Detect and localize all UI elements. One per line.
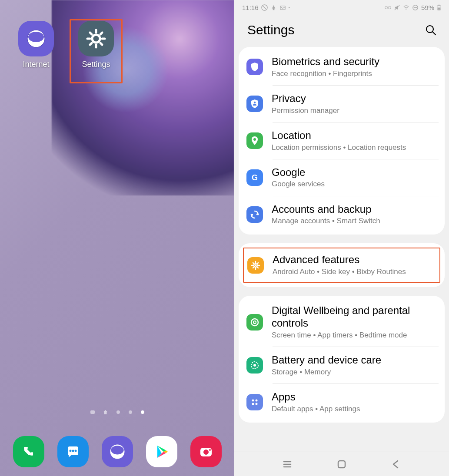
svg-rect-58 (338, 461, 345, 468)
dock-camera[interactable] (190, 436, 222, 467)
settings-group: Biometrics and security Face recognition… (239, 47, 445, 235)
wellbeing-icon (246, 314, 263, 331)
app-label: Settings (82, 60, 110, 69)
settings-group: Advanced features Android Auto • Side ke… (239, 243, 445, 287)
location-pin-icon (246, 132, 263, 149)
battery-icon (437, 4, 441, 11)
item-title: Location (272, 129, 437, 142)
settings-item-privacy[interactable]: Privacy Permission manager (239, 86, 445, 122)
internet-icon (18, 21, 54, 56)
item-title: Battery and device care (272, 354, 437, 367)
page-dot[interactable] (90, 410, 95, 414)
settings-item-advanced[interactable]: Advanced features Android Auto • Side ke… (244, 248, 439, 282)
item-title: Privacy (272, 93, 437, 105)
svg-line-8 (90, 33, 92, 34)
item-title: Google (272, 166, 437, 179)
highlight-annotation: Advanced features Android Auto • Side ke… (243, 248, 440, 283)
svg-text:G: G (252, 173, 258, 182)
settings-list[interactable]: Biometrics and security Face recognition… (234, 47, 449, 452)
dock-play-store[interactable] (146, 436, 177, 467)
svg-point-33 (254, 102, 256, 103)
page-dot[interactable] (129, 410, 132, 414)
dock-phone[interactable] (13, 436, 44, 467)
page-dot[interactable] (116, 410, 120, 414)
page-dot-home[interactable] (103, 410, 108, 414)
item-title: Apps (272, 391, 437, 403)
nav-home[interactable] (336, 458, 348, 470)
svg-rect-22 (280, 6, 285, 9)
svg-point-51 (252, 400, 254, 402)
svg-line-41 (253, 263, 254, 264)
item-subtitle: Storage • Memory (272, 367, 437, 377)
svg-line-42 (257, 267, 258, 268)
svg-point-24 (388, 6, 391, 9)
app-label: Internet (23, 60, 49, 69)
item-subtitle: Default apps • App settings (272, 404, 437, 414)
svg-point-12 (69, 450, 71, 452)
svg-point-18 (203, 450, 209, 455)
status-icon (261, 4, 268, 11)
svg-rect-30 (438, 4, 439, 5)
page-dot-active[interactable] (141, 410, 144, 414)
svg-point-54 (256, 403, 258, 405)
settings-item-apps[interactable]: Apps Default apps • App settings (239, 384, 445, 421)
settings-item-location[interactable]: Location Location permissions • Location… (239, 122, 445, 159)
privacy-shield-icon (246, 96, 263, 112)
svg-line-32 (432, 32, 436, 35)
search-icon[interactable] (425, 24, 437, 36)
item-subtitle: Location permissions • Location requests (272, 143, 437, 152)
settings-item-battery[interactable]: Battery and device care Storage • Memory (239, 347, 445, 384)
dock (0, 436, 234, 467)
svg-point-13 (72, 450, 74, 452)
dock-messages[interactable] (57, 436, 89, 467)
item-subtitle: Permission manager (272, 106, 437, 116)
svg-line-11 (90, 43, 92, 45)
item-title: Advanced features (273, 254, 436, 266)
item-title: Accounts and backup (272, 203, 437, 216)
settings-screen: 11:16 • 59% Settings (234, 0, 449, 476)
svg-point-16 (111, 446, 123, 454)
settings-item-google[interactable]: G Google Google services (239, 159, 445, 196)
item-subtitle: Android Auto • Side key • Bixby Routines (273, 267, 436, 277)
svg-point-52 (256, 400, 258, 402)
svg-point-47 (251, 319, 258, 326)
vpn-icon (385, 4, 391, 11)
settings-item-accounts[interactable]: Accounts and backup Manage accounts • Sm… (239, 196, 445, 233)
apps-grid-icon (246, 394, 263, 410)
item-subtitle: Screen time • App timers • Bedtime mode (272, 331, 437, 340)
mute-icon (394, 4, 400, 11)
page-indicator[interactable] (90, 410, 144, 414)
settings-item-wellbeing[interactable]: Digital Wellbeing and parental controls … (239, 298, 445, 347)
settings-item-biometrics[interactable]: Biometrics and security Face recognition… (239, 49, 445, 86)
svg-line-10 (100, 33, 102, 34)
item-subtitle: Face recognition • Fingerprints (272, 69, 437, 79)
google-icon: G (246, 169, 263, 186)
settings-icon (78, 21, 114, 56)
battery-care-icon (246, 357, 263, 374)
dock-internet[interactable] (102, 436, 133, 467)
svg-point-53 (252, 403, 254, 405)
svg-line-9 (100, 43, 102, 45)
settings-header: Settings (234, 15, 449, 47)
svg-point-19 (209, 449, 211, 451)
page-title: Settings (247, 23, 294, 37)
advanced-gear-icon (247, 257, 264, 274)
nav-back[interactable] (390, 458, 402, 470)
svg-line-43 (257, 263, 258, 264)
svg-point-48 (253, 321, 256, 324)
svg-line-44 (253, 267, 254, 268)
status-time: 11:16 (242, 4, 259, 11)
item-title: Biometrics and security (272, 56, 437, 68)
status-bar: 11:16 • 59% (234, 0, 449, 15)
app-internet[interactable]: Internet (12, 21, 60, 69)
sync-icon (246, 206, 263, 223)
svg-point-1 (28, 32, 44, 42)
item-title: Digital Wellbeing and parental controls (272, 304, 437, 330)
nav-recents[interactable] (281, 458, 293, 470)
wifi-icon (403, 4, 409, 11)
settings-group: Digital Wellbeing and parental controls … (239, 296, 445, 422)
app-settings[interactable]: Settings (72, 21, 120, 69)
shield-icon (246, 59, 263, 75)
item-subtitle: Google services (272, 179, 437, 189)
dnd-icon (412, 4, 419, 11)
